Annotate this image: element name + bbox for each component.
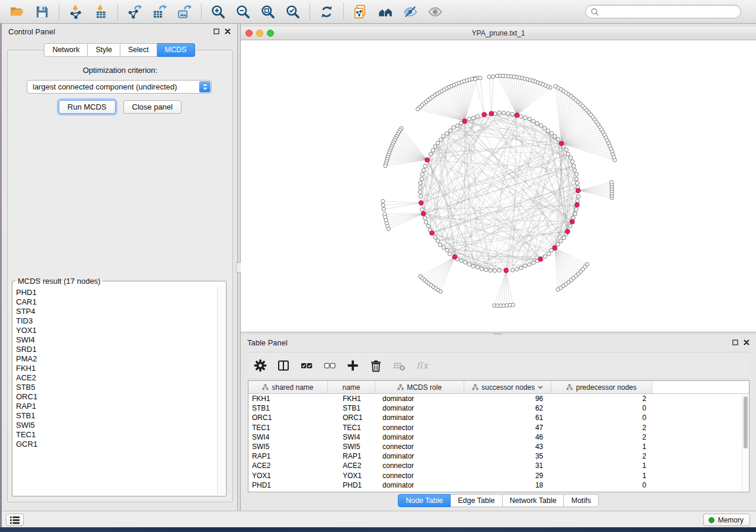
table-cell[interactable]: YOX1 [248, 471, 328, 480]
mcds-result-item[interactable]: PHD1 [14, 288, 217, 297]
table-row[interactable]: SWI5SWI5connector431 [248, 442, 749, 451]
table-cell[interactable]: 47 [464, 423, 551, 432]
open-session-icon[interactable] [9, 4, 25, 20]
table-cell[interactable]: FKH1 [248, 394, 328, 403]
import-network-icon[interactable] [68, 4, 84, 20]
table-cell[interactable]: dominator [375, 413, 464, 422]
mcds-result-item[interactable]: GCR1 [14, 440, 217, 449]
hide-graphics-details-icon[interactable] [403, 4, 418, 20]
mcds-result-item[interactable]: TID3 [14, 316, 217, 326]
network-window-titlebar[interactable]: YPA_prune.txt_1 [241, 27, 756, 40]
table-cell[interactable]: RAP1 [328, 451, 375, 461]
table-cell[interactable]: connector [375, 442, 464, 451]
table-cell[interactable]: SWI5 [328, 442, 375, 451]
mcds-result-item[interactable]: CAR1 [14, 297, 217, 307]
float-panel-icon[interactable] [732, 339, 738, 345]
zoom-out-icon[interactable] [235, 4, 251, 20]
save-session-icon[interactable] [34, 4, 50, 20]
mcds-result-item[interactable]: STB5 [14, 383, 217, 392]
table-cell[interactable]: connector [375, 471, 464, 480]
deselect-all-icon[interactable] [323, 359, 336, 372]
mcds-result-item[interactable]: STB1 [14, 411, 217, 421]
network-graph[interactable] [241, 40, 756, 332]
table-cell[interactable]: 18 [464, 480, 551, 490]
mcds-result-item[interactable]: RAP1 [14, 402, 217, 411]
network-canvas[interactable] [241, 40, 756, 332]
mcds-result-item[interactable]: YOX1 [14, 326, 217, 335]
table-cell[interactable]: 2 [551, 394, 652, 403]
mcds-result-item[interactable]: SWI4 [14, 335, 217, 345]
table-row[interactable]: PHD1PHD1dominator180 [248, 480, 749, 490]
mcds-list-scrollbar[interactable] [217, 287, 225, 495]
table-row[interactable]: STB1STB1dominator620 [248, 403, 749, 413]
table-cell[interactable]: 2 [551, 451, 652, 461]
close-panel-button[interactable]: Close panel [123, 100, 182, 114]
table-cell[interactable]: 1 [551, 442, 652, 451]
memory-button[interactable]: Memory [703, 514, 750, 526]
run-mcds-button[interactable]: Run MCDS [59, 100, 116, 114]
import-table-icon[interactable] [93, 4, 109, 20]
column-header-shared-name[interactable]: shared name [248, 381, 328, 393]
export-network-icon[interactable] [127, 4, 142, 20]
mcds-result-item[interactable]: SRD1 [14, 345, 217, 354]
table-cell[interactable]: FKH1 [328, 394, 375, 403]
table-cell[interactable]: 31 [464, 461, 551, 470]
table-cell[interactable]: TEC1 [328, 423, 375, 432]
table-cell[interactable]: STB1 [248, 403, 328, 413]
table-cell[interactable]: dominator [375, 403, 464, 413]
share-document-icon[interactable] [353, 4, 368, 20]
table-cell[interactable]: PHD1 [328, 480, 375, 490]
table-cell[interactable]: 0 [551, 413, 652, 422]
table-cell[interactable]: ACE2 [328, 461, 375, 470]
float-panel-icon[interactable] [213, 28, 219, 34]
mcds-result-item[interactable]: ORC1 [14, 392, 217, 402]
table-cell[interactable]: ORC1 [328, 413, 375, 422]
table-cell[interactable]: SWI4 [328, 432, 375, 442]
table-cell[interactable]: TEC1 [248, 423, 328, 432]
refresh-layout-icon[interactable] [319, 4, 334, 20]
split-panel-icon[interactable] [277, 359, 290, 372]
mcds-result-item[interactable]: ACE2 [14, 373, 217, 383]
zoom-in-icon[interactable] [210, 4, 226, 20]
add-column-icon[interactable] [346, 359, 359, 372]
close-traffic-light[interactable] [245, 30, 253, 37]
zoom-selected-icon[interactable] [285, 4, 301, 20]
table-cell[interactable]: 43 [464, 442, 551, 451]
table-row[interactable]: ORC1ORC1dominator610 [248, 413, 749, 422]
mcds-result-item[interactable]: TEC1 [14, 430, 217, 440]
table-cell[interactable]: 46 [464, 432, 551, 442]
select-all-icon[interactable] [300, 359, 313, 372]
bottom-tab-edge-table[interactable]: Edge Table [451, 494, 502, 507]
close-panel-icon[interactable] [225, 28, 231, 34]
table-cell[interactable]: 1 [551, 461, 652, 470]
table-row[interactable]: RAP1RAP1dominator352 [248, 451, 749, 461]
column-header-successor-nodes[interactable]: successor nodes [464, 381, 551, 393]
table-cell[interactable]: 2 [551, 432, 652, 442]
table-cell[interactable]: 29 [464, 471, 551, 480]
mcds-result-item[interactable]: STP4 [14, 307, 217, 316]
table-cell[interactable]: RAP1 [248, 451, 328, 461]
table-cell[interactable]: dominator [375, 394, 464, 403]
table-cell[interactable]: PHD1 [248, 480, 328, 490]
mcds-result-item[interactable]: SWI5 [14, 421, 217, 430]
bottom-tab-node-table[interactable]: Node Table [398, 494, 451, 507]
table-cell[interactable]: 2 [551, 423, 652, 432]
maximize-traffic-light[interactable] [267, 30, 274, 37]
table-cell[interactable]: STB1 [328, 403, 375, 413]
scrollbar-thumb[interactable] [744, 396, 748, 448]
export-image-icon[interactable] [177, 4, 192, 20]
table-cell[interactable]: 62 [464, 403, 551, 413]
bottom-tab-network-table[interactable]: Network Table [503, 494, 564, 507]
tab-select[interactable]: Select [120, 43, 157, 57]
criterion-dropdown[interactable]: largest connected component (undirected) [27, 80, 212, 94]
mcds-result-item[interactable]: PMA2 [14, 354, 217, 364]
search-input[interactable] [599, 7, 736, 17]
tab-network[interactable]: Network [44, 43, 88, 57]
table-cell[interactable]: ACE2 [248, 461, 328, 470]
table-cell[interactable]: 35 [464, 451, 551, 461]
table-cell[interactable]: 1 [551, 471, 652, 480]
table-row[interactable]: FKH1FKH1dominator962 [248, 394, 749, 403]
table-row[interactable]: YOX1YOX1connector291 [248, 471, 749, 480]
table-cell[interactable]: ORC1 [248, 413, 328, 422]
column-header-predecessor-nodes[interactable]: predecessor nodes [551, 381, 652, 393]
